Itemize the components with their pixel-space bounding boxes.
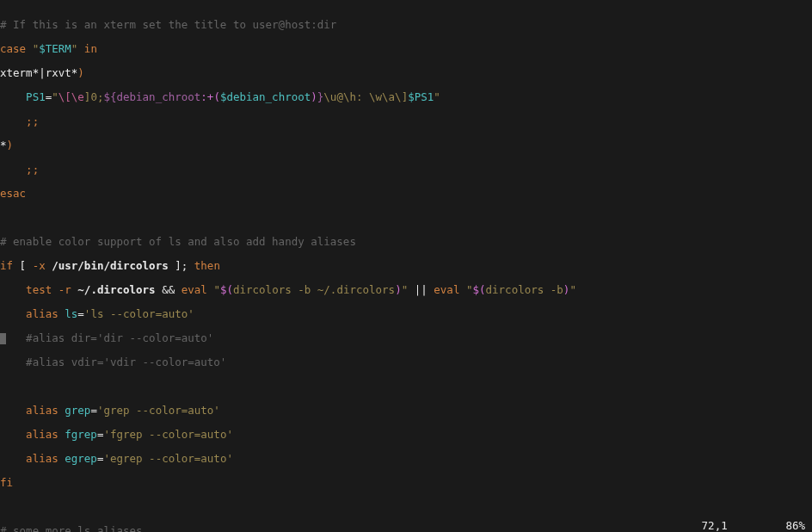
code-text: /usr/bin/dircolors — [52, 259, 168, 272]
code-text: \u@\h: \w\a\] — [323, 90, 408, 103]
code-text: xterm*|rxvt* — [0, 66, 77, 79]
code-text: $PS1 — [408, 90, 434, 103]
code-text: * — [0, 139, 7, 152]
code-text: [ — [13, 259, 33, 272]
code-text: " — [52, 90, 58, 103]
code-text: ]; — [169, 259, 188, 272]
code-text: egrep — [65, 452, 97, 465]
code-text: -r — [58, 283, 71, 296]
code-text: case — [0, 42, 33, 55]
code-text: || — [408, 283, 434, 296]
code-text: ${debian_chroot — [103, 90, 200, 103]
code-text: \[\e — [58, 90, 84, 103]
code-text: dircolors -b — [486, 283, 563, 296]
code-text: in — [77, 42, 97, 55]
code-text: ;; — [0, 163, 39, 176]
code-text: 'egrep --color=auto' — [103, 452, 233, 465]
code-text: ~/.dircolors — [77, 283, 155, 296]
code-comment: # some more ls aliases — [0, 524, 143, 532]
code-text: alias — [0, 307, 65, 320]
code-text: && — [156, 283, 181, 296]
code-text: eval — [181, 283, 207, 296]
code-text: eval — [434, 283, 459, 296]
code-text: ) — [7, 139, 14, 152]
code-text: alias — [0, 428, 65, 441]
code-comment: # enable color support of ls and also ad… — [0, 235, 356, 248]
status-bar: 72,1 86% — [702, 520, 805, 532]
code-text: $TERM — [39, 42, 71, 55]
code-text: 'ls --color=auto' — [84, 307, 194, 320]
code-text: PS1 — [0, 90, 46, 103]
code-text: alias — [0, 452, 65, 465]
code-text: " — [213, 283, 220, 296]
code-text: ) — [311, 90, 317, 103]
code-text: test — [0, 283, 58, 296]
code-text — [0, 331, 26, 344]
code-text: " — [569, 283, 576, 296]
code-text: $debian_chroot — [220, 90, 311, 103]
code-text: -x — [33, 259, 46, 272]
code-comment: #alias vdir='vdir --color=auto' — [0, 356, 226, 368]
code-text: 'fgrep --color=auto' — [103, 428, 233, 441]
code-text: $( — [220, 283, 233, 296]
code-text: fi — [0, 476, 13, 489]
code-text: fgrep — [65, 428, 97, 441]
code-text: if — [0, 259, 13, 272]
code-text: $( — [472, 283, 485, 296]
editor-content[interactable]: # If this is an xterm set the title to u… — [0, 0, 812, 532]
code-text: 'grep --color=auto' — [97, 404, 220, 417]
code-text: alias — [0, 404, 65, 417]
code-text: dircolors -b ~/.dircolors — [233, 283, 395, 296]
code-comment: #alias dir='dir --color=auto' — [26, 331, 213, 344]
code-text: ]0; — [84, 90, 104, 103]
code-text: grep — [65, 404, 90, 417]
code-text: " — [434, 90, 440, 103]
code-text — [459, 283, 466, 296]
code-text: ) — [77, 66, 84, 79]
code-comment: # If this is an xterm set the title to u… — [0, 18, 336, 31]
code-text: ls — [65, 307, 77, 320]
cursor-position: 72,1 — [702, 519, 728, 532]
code-text: = — [77, 307, 84, 320]
code-text: ) — [395, 283, 402, 296]
code-text: = — [90, 404, 97, 417]
code-text: esac — [0, 187, 26, 200]
code-text: :+( — [200, 90, 220, 103]
code-text: then — [188, 259, 220, 272]
scroll-percent: 86% — [785, 519, 805, 532]
code-text: ;; — [0, 114, 39, 127]
